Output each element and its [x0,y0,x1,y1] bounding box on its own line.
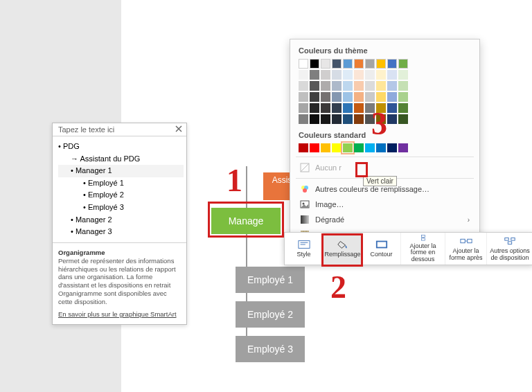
color-swatch[interactable] [387,59,397,69]
color-swatch[interactable] [310,103,319,113]
textpane-list[interactable]: PDGAssistant du PDGManager 1Employé 1Emp… [53,136,186,242]
color-swatch[interactable] [343,81,353,91]
svg-rect-14 [505,238,508,241]
color-swatch[interactable] [310,81,319,91]
color-swatch[interactable] [310,92,319,102]
color-swatch[interactable] [332,81,342,91]
no-fill-item: Aucun r [299,160,471,175]
color-swatch[interactable] [376,143,386,152]
color-swatch[interactable] [343,103,353,113]
color-swatch[interactable] [343,143,353,152]
color-swatch[interactable] [321,81,330,91]
color-swatch[interactable] [376,81,386,91]
color-swatch[interactable] [387,92,397,102]
color-swatch[interactable] [387,114,397,124]
color-swatch[interactable] [299,59,308,69]
textpane-learn-more-link[interactable]: En savoir plus sur le graphique SmartArt [58,310,181,319]
textpane-item[interactable]: PDG [58,141,184,153]
svg-rect-16 [508,242,511,244]
color-swatch[interactable] [387,70,397,80]
svg-rect-11 [421,238,425,240]
color-swatch[interactable] [332,143,342,152]
annotation-box-3 [355,162,368,177]
textpane-item[interactable]: Manager 2 [58,214,184,226]
svg-rect-9 [376,241,386,247]
color-swatch[interactable] [321,92,330,102]
color-swatch[interactable] [299,103,308,113]
close-icon[interactable] [175,125,182,134]
color-swatch[interactable] [310,70,319,80]
color-swatch[interactable] [343,70,353,80]
org-node-emp3[interactable]: Employé 3 [236,336,305,362]
textpane-title: Tapez le texte ici [58,125,114,134]
color-swatch[interactable] [365,92,375,102]
textpane-item[interactable]: Manager 1 [58,165,184,177]
textpane-item[interactable]: Manager 3 [58,226,184,238]
color-swatch[interactable] [365,70,375,80]
color-swatch[interactable] [321,143,330,152]
color-swatch[interactable] [321,70,330,80]
outline-button[interactable]: Contour [362,233,401,265]
annotation-number-1: 1 [227,162,242,199]
color-swatch[interactable] [310,143,319,152]
color-swatch[interactable] [365,59,375,69]
color-swatch[interactable] [398,92,408,102]
color-swatch[interactable] [343,59,353,69]
color-swatch[interactable] [343,92,353,102]
color-swatch[interactable] [376,59,386,69]
color-swatch[interactable] [343,114,353,124]
color-swatch[interactable] [310,114,319,124]
color-swatch[interactable] [365,81,375,91]
image-fill-item[interactable]: Image… [299,197,471,212]
style-button[interactable]: Style [285,233,323,265]
color-swatch[interactable] [354,103,364,113]
svg-rect-12 [460,239,464,242]
color-swatch[interactable] [299,92,308,102]
color-swatch[interactable] [354,70,364,80]
color-swatch[interactable] [332,70,342,80]
org-node-emp2[interactable]: Employé 2 [236,301,305,328]
gradient-fill-item[interactable]: Dégradé › [299,212,471,227]
svg-rect-13 [467,239,471,242]
color-swatch[interactable] [376,92,386,102]
color-swatch[interactable] [299,143,308,152]
textpane-item[interactable]: Assistant du PDG [58,153,184,166]
theme-colors-row-top [299,59,471,69]
svg-rect-15 [511,238,515,241]
color-swatch[interactable] [299,114,308,124]
color-swatch[interactable] [398,70,408,80]
color-swatch[interactable] [398,59,408,69]
color-swatch[interactable] [398,143,408,152]
color-swatch[interactable] [398,114,408,124]
textpane-item[interactable]: Employé 1 [58,177,184,190]
color-swatch[interactable] [387,81,397,91]
color-swatch[interactable] [387,143,397,152]
color-swatch[interactable] [376,70,386,80]
color-swatch[interactable] [321,103,330,113]
color-swatch[interactable] [354,92,364,102]
color-swatch[interactable] [354,143,364,152]
org-node-emp1[interactable]: Employé 1 [236,267,305,293]
color-swatch[interactable] [332,92,342,102]
color-swatch[interactable] [299,81,308,91]
color-swatch[interactable] [310,59,319,69]
color-swatch[interactable] [398,103,408,113]
color-swatch[interactable] [387,103,397,113]
add-shape-after-button[interactable]: Ajouter la forme après [445,233,487,265]
color-swatch[interactable] [332,59,342,69]
textpane-item[interactable]: Employé 3 [58,202,184,214]
color-swatch[interactable] [321,59,330,69]
color-swatch[interactable] [354,81,364,91]
color-swatch[interactable] [332,103,342,113]
textpane-item[interactable]: Employé 2 [58,189,184,202]
color-swatch[interactable] [354,59,364,69]
annotation-box-2 [321,233,363,267]
layout-options-button[interactable]: Autres options de disposition [487,233,532,265]
color-swatch[interactable] [398,81,408,91]
color-swatch[interactable] [321,114,330,124]
color-swatch[interactable] [365,143,375,152]
add-shape-below-button[interactable]: Ajouter la forme en dessous [401,233,445,265]
color-swatch[interactable] [332,114,342,124]
color-swatch[interactable] [299,70,308,80]
color-swatch[interactable] [354,114,364,124]
